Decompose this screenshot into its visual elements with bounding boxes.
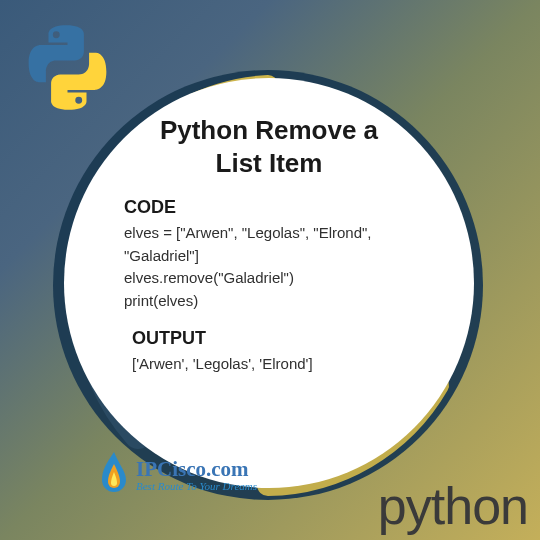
- output-block: ['Arwen', 'Legolas', 'Elrond']: [132, 353, 313, 376]
- output-line: ['Arwen', 'Legolas', 'Elrond']: [132, 355, 313, 372]
- brand-tagline: Best Route To Your Dreams: [136, 480, 257, 492]
- brand-logo: IPCisco.com Best Route To Your Dreams: [96, 450, 257, 498]
- page-title: Python Remove a List Item: [160, 114, 378, 179]
- content-card: Python Remove a List Item CODE elves = […: [64, 78, 474, 488]
- code-line: elves = ["Arwen", "Legolas", "Elrond",: [124, 224, 372, 241]
- output-label: OUTPUT: [132, 328, 206, 349]
- code-line: print(elves): [124, 292, 198, 309]
- title-line-2: List Item: [216, 148, 323, 178]
- code-label: CODE: [124, 197, 176, 218]
- python-wordmark: python: [378, 476, 528, 536]
- brand-name: IPCisco.com: [136, 457, 257, 482]
- python-logo-icon: [20, 20, 115, 115]
- code-line: elves.remove("Galadriel"): [124, 269, 294, 286]
- code-line: "Galadriel"]: [124, 247, 199, 264]
- flame-icon: [96, 450, 132, 498]
- brand-text: IPCisco.com Best Route To Your Dreams: [136, 457, 257, 492]
- code-block: elves = ["Arwen", "Legolas", "Elrond", "…: [124, 222, 372, 312]
- title-line-1: Python Remove a: [160, 115, 378, 145]
